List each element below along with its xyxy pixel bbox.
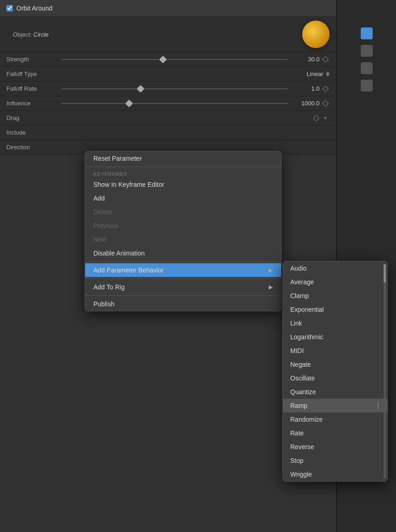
falloff-rate-slider[interactable]: [61, 88, 288, 89]
falloff-down-arrow[interactable]: [326, 74, 330, 78]
menu-item-publish[interactable]: Publish: [85, 297, 281, 311]
falloff-rate-row: Falloff Rate 1.0: [0, 81, 336, 96]
falloff-type-value: Linear: [307, 71, 323, 77]
influence-value: 1000.0: [292, 100, 320, 107]
submenu-scrollbar-thumb[interactable]: [384, 264, 386, 282]
submenu-item-ramp[interactable]: Ramp │: [283, 399, 387, 413]
drag-expand-button[interactable]: ▾: [320, 114, 330, 123]
submenu-item-stop[interactable]: Stop: [283, 454, 387, 467]
falloff-rate-value: 1.0: [292, 85, 320, 92]
include-row: Include: [0, 125, 336, 140]
object-name: Circle: [33, 31, 49, 38]
submenu-item-audio[interactable]: Audio: [283, 261, 387, 275]
right-panel-icon-4[interactable]: [361, 80, 373, 92]
falloff-rate-keyframe-diamond[interactable]: [321, 87, 330, 91]
submenu-item-oscillate[interactable]: Oscillate: [283, 371, 387, 385]
strength-keyframe-diamond[interactable]: [321, 57, 330, 62]
falloff-type-stepper[interactable]: [326, 70, 330, 78]
drag-row: Drag ▾: [0, 111, 336, 125]
influence-slider[interactable]: [61, 103, 288, 104]
behavior-submenu: Audio Average Clamp Exponential Link Log…: [282, 261, 388, 482]
submenu-item-logarithmic[interactable]: Logarithmic: [283, 330, 387, 344]
menu-item-show-keyframe[interactable]: Show In Keyframe Editor: [85, 178, 281, 191]
object-label: Object:: [13, 31, 32, 38]
circle-object-icon[interactable]: [302, 21, 330, 48]
submenu-item-clamp[interactable]: Clamp: [283, 289, 387, 303]
ramp-cursor: │: [377, 402, 380, 409]
panel-title: Orbit Around: [16, 5, 53, 12]
right-panel-icon-3[interactable]: [361, 62, 373, 74]
drag-label: Drag: [6, 114, 61, 121]
falloff-type-select[interactable]: Linear: [61, 70, 330, 78]
falloff-type-label: Falloff Type: [6, 71, 61, 77]
right-panel-icon-1[interactable]: [361, 27, 373, 39]
submenu-item-rate[interactable]: Rate: [283, 426, 387, 440]
direction-label: Direction: [6, 144, 61, 151]
menu-item-add-param-behavior[interactable]: Add Parameter Behavior ▶: [85, 263, 281, 277]
menu-section-keyframes: KEYFRAMES: [85, 168, 281, 178]
menu-separator-1: [85, 167, 281, 167]
submenu-item-link[interactable]: Link: [283, 316, 387, 330]
add-param-behavior-arrow: ▶: [269, 267, 273, 273]
ramp-label: Ramp: [290, 402, 307, 409]
add-param-behavior-label: Add Parameter Behavior: [93, 266, 163, 274]
influence-label: Influence: [6, 100, 61, 107]
menu-separator-3: [85, 278, 281, 279]
strength-row: Strength 30.0: [0, 52, 336, 67]
strength-value: 30.0: [292, 56, 320, 63]
submenu-item-reverse[interactable]: Reverse: [283, 440, 387, 454]
include-label: Include: [6, 129, 61, 136]
submenu-item-wriggle[interactable]: Wriggle: [283, 467, 387, 481]
submenu-scrollbar-track[interactable]: [384, 264, 386, 478]
menu-item-delete: Delete: [85, 205, 281, 219]
menu-separator-2: [85, 261, 281, 262]
right-panel-icon-2[interactable]: [361, 45, 373, 57]
object-row: Object: Circle: [0, 17, 336, 52]
menu-item-add[interactable]: Add: [85, 191, 281, 205]
context-menu: Reset Parameter KEYFRAMES Show In Keyfra…: [85, 151, 282, 311]
submenu-item-negate[interactable]: Negate: [283, 358, 387, 371]
influence-row: Influence 1000.0: [0, 96, 336, 111]
falloff-rate-label: Falloff Rate: [6, 85, 61, 92]
influence-keyframe-diamond[interactable]: [321, 101, 330, 106]
menu-item-add-to-rig[interactable]: Add To Rig ▶: [85, 280, 281, 294]
add-to-rig-label: Add To Rig: [93, 283, 125, 291]
menu-separator-4: [85, 295, 281, 296]
submenu-item-average[interactable]: Average: [283, 275, 387, 289]
add-to-rig-arrow: ▶: [269, 284, 273, 290]
submenu-item-midi[interactable]: MIDI: [283, 344, 387, 358]
panel-header: Orbit Around: [0, 0, 336, 17]
orbit-around-checkbox[interactable]: [6, 5, 13, 11]
falloff-type-row: Falloff Type Linear: [0, 67, 336, 81]
drag-keyframe-diamond[interactable]: [312, 116, 320, 120]
menu-item-disable-animation[interactable]: Disable Animation: [85, 246, 281, 260]
falloff-up-arrow[interactable]: [326, 70, 330, 74]
submenu-item-randomize[interactable]: Randomize: [283, 413, 387, 426]
strength-label: Strength: [6, 56, 61, 63]
submenu-item-exponential[interactable]: Exponential: [283, 303, 387, 316]
menu-item-reset[interactable]: Reset Parameter: [85, 152, 281, 165]
strength-slider[interactable]: [61, 59, 288, 60]
submenu-item-quantize[interactable]: Quantize: [283, 385, 387, 399]
menu-item-next: Next: [85, 233, 281, 246]
menu-item-previous: Previous: [85, 219, 281, 233]
